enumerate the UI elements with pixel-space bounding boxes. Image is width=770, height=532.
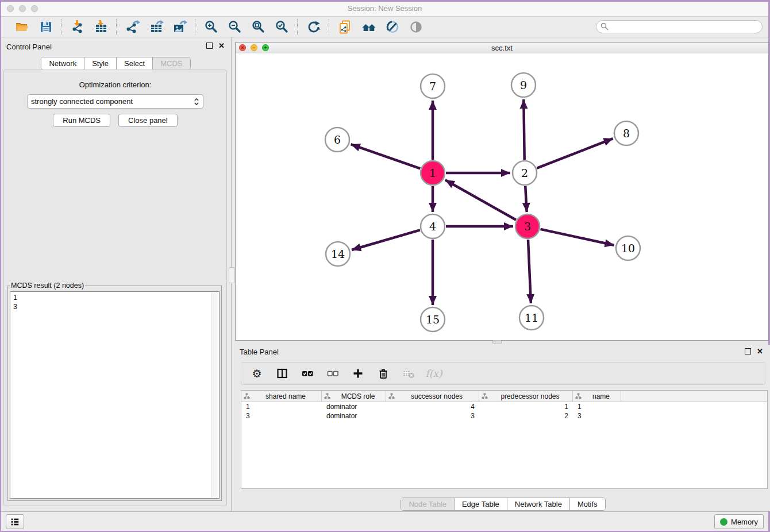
graph-edge-4-14[interactable]	[352, 230, 420, 250]
import-table-icon[interactable]	[93, 19, 109, 34]
graph-node-4[interactable]: 4	[421, 214, 445, 238]
tab-network-table[interactable]: Network Table	[507, 498, 570, 510]
show-columns-icon[interactable]	[276, 367, 288, 380]
graph-edge-3-1[interactable]	[445, 180, 516, 219]
style-preview-icon[interactable]	[384, 19, 400, 34]
result-scrollbar[interactable]	[211, 292, 218, 498]
export-table-icon[interactable]	[148, 19, 164, 34]
table-panel-title: Table Panel	[240, 348, 279, 356]
result-line: 3	[13, 302, 216, 311]
graph-node-11[interactable]: 11	[519, 306, 544, 330]
zoom-fit-icon[interactable]	[251, 19, 266, 34]
graph-edge-3-11[interactable]	[528, 240, 531, 303]
tab-network[interactable]: Network	[41, 57, 84, 70]
table-cell: 1	[479, 402, 573, 411]
column-header-MCDS-role[interactable]: MCDS role	[322, 391, 386, 402]
graph-node-9[interactable]: 9	[511, 73, 536, 97]
zoom-out-icon[interactable]	[227, 19, 242, 34]
tab-select[interactable]: Select	[117, 57, 153, 70]
node-table: shared nameMCDS rolesuccessor nodesprede…	[241, 390, 768, 489]
result-line: 1	[13, 293, 216, 302]
graph-node-8[interactable]: 8	[614, 121, 638, 145]
network-window-titlebar: × − + scc.txt	[236, 43, 768, 54]
dropdown-stepper-icon	[194, 98, 199, 106]
graph-node-2[interactable]: 2	[513, 161, 537, 185]
optimization-criterion-label: Optimization criterion:	[4, 80, 226, 89]
optimization-criterion-dropdown[interactable]: strongly connected component	[27, 94, 203, 109]
select-all-checks-icon[interactable]	[301, 367, 314, 380]
svg-text:2: 2	[521, 167, 528, 179]
svg-text:10: 10	[621, 242, 635, 255]
column-header-shared-name[interactable]: shared name	[241, 391, 322, 402]
search-icon	[600, 22, 609, 30]
table-cell: 3	[386, 411, 479, 421]
zoom-selected-icon[interactable]	[274, 19, 290, 34]
tab-style[interactable]: Style	[84, 57, 117, 70]
tab-motifs[interactable]: Motifs	[570, 498, 605, 510]
export-image-icon[interactable]	[172, 19, 187, 34]
table-row[interactable]: 3dominator323	[241, 411, 767, 421]
close-table-panel-icon[interactable]: ✕	[757, 349, 763, 354]
delete-row-icon[interactable]	[377, 367, 390, 380]
import-network-icon[interactable]	[70, 19, 85, 34]
graph-node-7[interactable]: 7	[421, 74, 445, 98]
graph-edge-1-6[interactable]	[351, 144, 421, 168]
graph-edge-2-3[interactable]	[525, 186, 526, 212]
table-cell: 3	[573, 411, 621, 421]
mcds-result-group: MCDS result (2 nodes) 13	[7, 282, 222, 501]
column-header-successor-nodes[interactable]: successor nodes	[386, 391, 479, 402]
add-row-icon[interactable]	[352, 367, 364, 380]
panel-divider-handle[interactable]	[229, 267, 235, 283]
float-table-panel-icon[interactable]	[745, 348, 751, 354]
refresh-icon[interactable]	[306, 19, 321, 34]
svg-text:6: 6	[334, 133, 341, 146]
graph-node-3[interactable]: 3	[515, 214, 540, 238]
clone-network-icon[interactable]	[337, 19, 353, 34]
close-panel-icon[interactable]: ✕	[218, 43, 225, 49]
clear-table-icon	[402, 367, 415, 380]
float-panel-icon[interactable]	[206, 43, 213, 49]
memory-button[interactable]: Memory	[714, 514, 764, 529]
horizontal-splitter-handle[interactable]	[492, 340, 502, 344]
mcds-result-text[interactable]: 13	[10, 291, 220, 499]
open-session-icon[interactable]	[14, 19, 30, 34]
dropdown-selected-value: strongly connected component	[31, 97, 194, 106]
main-toolbar	[1, 17, 768, 37]
table-cell: 2	[479, 411, 573, 421]
tab-edge-table[interactable]: Edge Table	[455, 498, 507, 510]
graph-node-6[interactable]: 6	[325, 128, 349, 152]
table-row[interactable]: 1dominator411	[241, 402, 767, 411]
search-input[interactable]	[596, 20, 763, 33]
save-session-icon[interactable]	[38, 19, 53, 34]
home-icon[interactable]	[361, 19, 376, 34]
task-history-button[interactable]	[6, 514, 24, 529]
control-panel: Control Panel ✕ NetworkStyleSelectMCDS O…	[1, 37, 230, 515]
network-canvas[interactable]: 1234678910111415	[236, 53, 768, 340]
tab-node-table[interactable]: Node Table	[401, 498, 455, 510]
deselect-all-checks-icon[interactable]	[326, 367, 339, 380]
graph-edge-2-9[interactable]	[523, 99, 524, 160]
table-cell: dominator	[322, 411, 386, 421]
column-header-name[interactable]: name	[573, 391, 621, 402]
zoom-in-icon[interactable]	[203, 19, 219, 34]
graph-edge-2-8[interactable]	[537, 138, 613, 168]
column-header-predecessor-nodes[interactable]: predecessor nodes	[479, 391, 573, 402]
tab-mcds[interactable]: MCDS	[153, 57, 190, 70]
graph-node-15[interactable]: 15	[421, 307, 445, 331]
table-cell: 3	[241, 411, 322, 421]
graph-node-1[interactable]: 1	[421, 161, 445, 185]
settings-icon[interactable]: ⚙	[251, 367, 263, 380]
table-cell: 1	[573, 402, 621, 411]
graph-edge-3-10[interactable]	[540, 229, 614, 245]
graph-node-14[interactable]: 14	[326, 242, 350, 266]
control-panel-header: Control Panel ✕	[1, 37, 230, 56]
table-cell: 4	[386, 402, 479, 411]
table-tabs: Node TableEdge TableNetwork TableMotifs	[235, 498, 770, 511]
memory-label: Memory	[731, 518, 758, 526]
table-header-row: shared nameMCDS rolesuccessor nodesprede…	[241, 391, 767, 402]
run-mcds-button[interactable]: Run MCDS	[53, 114, 110, 127]
export-network-icon[interactable]	[125, 19, 140, 34]
birdseye-icon[interactable]	[408, 19, 424, 34]
close-panel-button[interactable]: Close panel	[118, 114, 178, 127]
graph-node-10[interactable]: 10	[616, 236, 640, 260]
